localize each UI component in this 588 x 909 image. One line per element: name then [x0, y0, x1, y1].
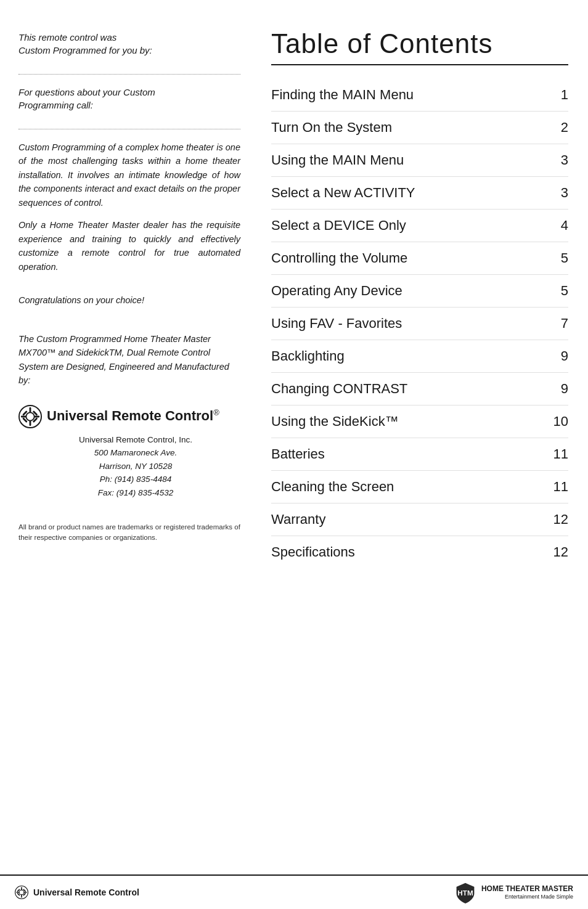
toc-item-page: 3 [546, 185, 568, 201]
toc-item-page: 1 [546, 87, 568, 103]
toc-item-page: 12 [546, 544, 568, 560]
footer-urc-icon [15, 886, 28, 899]
toc-item-label: Using FAV - Favorites [271, 316, 546, 332]
toc-list: Finding the MAIN Menu1Turn On the System… [271, 79, 568, 568]
toc-item-page: 9 [546, 381, 568, 397]
toc-item-page: 2 [546, 120, 568, 136]
toc-item: Using the SideKick™10 [271, 406, 568, 438]
footer-left: Universal Remote Control [0, 886, 294, 899]
toc-item-page: 7 [546, 316, 568, 332]
toc-item: Select a New ACTIVITY3 [271, 177, 568, 210]
footer-htm-text: HOME THEATER MASTER Entertainment Made S… [481, 884, 573, 900]
toc-item: Warranty12 [271, 503, 568, 536]
toc-item: Specifications12 [271, 536, 568, 568]
toc-item-page: 9 [546, 348, 568, 364]
toc-item-page: 12 [546, 512, 568, 528]
toc-item-label: Batteries [271, 446, 546, 462]
toc-item-page: 3 [546, 152, 568, 168]
dotted-divider-2 [18, 129, 240, 129]
toc-item-label: Controlling the Volume [271, 250, 546, 266]
toc-item-label: Turn On the System [271, 120, 546, 136]
toc-item-label: Select a DEVICE Only [271, 218, 546, 234]
toc-item-label: Changing CONTRAST [271, 381, 546, 397]
toc-item-page: 10 [546, 414, 568, 430]
toc-item: Finding the MAIN Menu1 [271, 79, 568, 112]
svg-point-9 [26, 412, 34, 420]
custom-programmed-label: This remote control was Custom Programme… [18, 31, 240, 57]
footer-right: HTM HOME THEATER MASTER Entertainment Ma… [294, 881, 588, 903]
footer-urc-text: Universal Remote Control [33, 887, 139, 897]
dotted-divider-1 [18, 74, 240, 75]
urc-brand-block: Universal Remote Control® Universal Remo… [18, 405, 240, 500]
toc-item-label: Operating Any Device [271, 283, 546, 299]
description-para-1: Custom Programming of a complex home the… [18, 141, 240, 282]
toc-item-label: Warranty [271, 512, 546, 528]
svg-point-19 [19, 890, 24, 895]
toc-item: Backlighting9 [271, 340, 568, 373]
right-column: Table of Contents Finding the MAIN Menu1… [259, 18, 588, 838]
manufactured-block: The Custom Programmed Home Theater Maste… [18, 332, 240, 388]
svg-text:HTM: HTM [457, 889, 473, 897]
footer-htm-sublabel: Entertainment Made Simple [481, 894, 573, 900]
toc-item-label: Using the SideKick™ [271, 414, 546, 430]
toc-item: Operating Any Device5 [271, 275, 568, 308]
toc-item-page: 5 [546, 283, 568, 299]
urc-address: Universal Remote Control, Inc. 500 Mamar… [18, 433, 240, 500]
toc-item-label: Specifications [271, 544, 546, 560]
toc-item-page: 11 [546, 479, 568, 495]
toc-item: Select a DEVICE Only4 [271, 210, 568, 242]
left-column: This remote control was Custom Programme… [0, 18, 259, 838]
toc-item: Turn On the System2 [271, 112, 568, 144]
congrats-label: Congratulations on your choice! [18, 293, 240, 307]
toc-item-page: 5 [546, 250, 568, 266]
toc-item-page: 4 [546, 218, 568, 234]
toc-item: Changing CONTRAST9 [271, 373, 568, 406]
toc-item-label: Backlighting [271, 348, 546, 364]
toc-item: Batteries11 [271, 438, 568, 471]
toc-item-label: Select a New ACTIVITY [271, 185, 546, 201]
toc-item-label: Finding the MAIN Menu [271, 87, 546, 103]
toc-item: Using the MAIN Menu3 [271, 144, 568, 177]
urc-logo-text: Universal Remote Control® [47, 408, 219, 424]
toc-title: Table of Contents [271, 28, 568, 65]
urc-gear-icon [18, 405, 42, 428]
questions-label: For questions about your Custom Programm… [18, 86, 240, 112]
footer: Universal Remote Control HTM HOME THEATE… [0, 874, 588, 909]
urc-logo-row: Universal Remote Control® [18, 405, 219, 428]
footer-htm-icon: HTM [454, 881, 476, 903]
toc-item-label: Cleaning the Screen [271, 479, 546, 495]
toc-item-page: 11 [546, 446, 568, 462]
toc-item: Controlling the Volume5 [271, 242, 568, 275]
toc-item: Cleaning the Screen11 [271, 471, 568, 503]
toc-item: Using FAV - Favorites7 [271, 308, 568, 340]
trademark-notice: All brand or product names are trademark… [18, 522, 240, 544]
toc-item-label: Using the MAIN Menu [271, 152, 546, 168]
